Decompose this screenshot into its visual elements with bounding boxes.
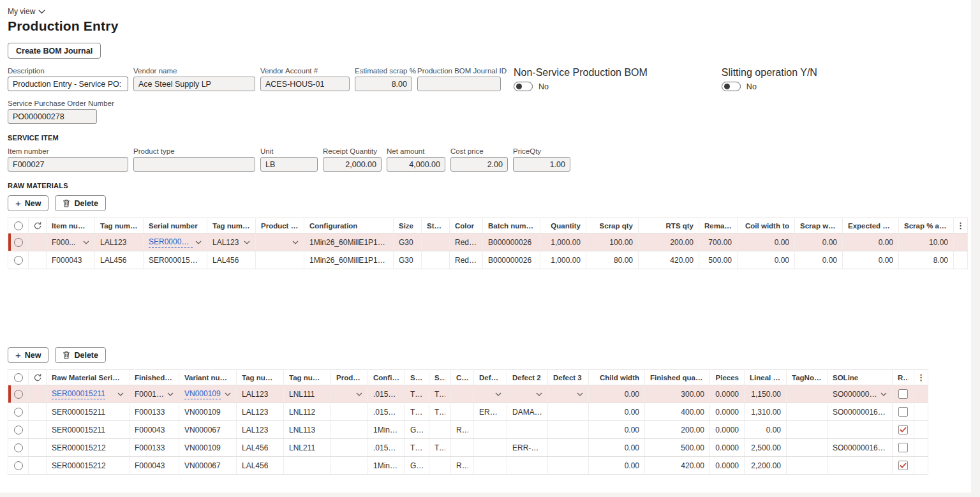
cell-defect-2[interactable] — [507, 421, 548, 439]
col-product-type[interactable]: Product t... — [331, 370, 368, 385]
cell-raw-material-serial-id[interactable]: SER000015212 — [47, 439, 130, 457]
cell-pieces[interactable]: 0.0000 — [710, 457, 745, 475]
cell-lineal-feet[interactable]: 1,310.00 — [745, 403, 787, 421]
description-input[interactable] — [8, 77, 128, 91]
slitting-operation-toggle[interactable] — [722, 82, 741, 91]
cell-rts[interactable] — [893, 457, 914, 475]
select-all-radio[interactable] — [14, 373, 23, 382]
cell-tagnotes[interactable] — [787, 421, 828, 439]
cell-finished-item[interactable]: F000043 — [130, 421, 179, 439]
cell-tag-number-2[interactable]: LAL123 — [207, 234, 256, 251]
cell-defect-3[interactable] — [548, 439, 589, 457]
col-defect-3[interactable]: Defect 3 — [548, 370, 589, 385]
vendor-name-input[interactable] — [133, 77, 255, 91]
col-rts[interactable]: RTS — [893, 370, 914, 385]
cell-tag-number-2[interactable]: LNL113 — [284, 421, 331, 439]
cell-raw-material-serial-id[interactable]: SER000015212 — [47, 457, 130, 475]
rts-checkbox[interactable] — [898, 389, 908, 399]
col-child-width[interactable]: Child width — [589, 370, 645, 385]
refresh-icon[interactable] — [33, 373, 42, 382]
cell-finished-item[interactable]: F000133 — [130, 403, 179, 421]
receipt-quantity-input[interactable] — [323, 157, 382, 172]
finished-lines-new-button[interactable]: + New — [8, 347, 48, 363]
cost-price-input[interactable] — [450, 157, 508, 172]
cell-finished-item[interactable]: F000043 — [130, 457, 179, 475]
cell-item-number[interactable]: F000... — [47, 234, 95, 251]
col-variant-number[interactable]: Variant number — [179, 370, 237, 385]
col-style[interactable]: Style — [422, 218, 450, 234]
cell-size[interactable]: TEST — [405, 385, 429, 403]
col-defect-2[interactable]: Defect 2 — [507, 370, 548, 385]
col-more[interactable]: ⋮ — [914, 370, 928, 385]
cell-child-width[interactable]: 0.00 — [589, 457, 645, 475]
cell-finished-quantity[interactable]: 420.00 — [645, 457, 710, 475]
cell-defect-1[interactable] — [474, 421, 507, 439]
col-scrap-qty[interactable]: Scrap qty — [586, 218, 639, 234]
cell-configuration[interactable]: 1Min26... — [368, 421, 405, 439]
cell-quantity[interactable]: 1,000.00 — [540, 251, 586, 269]
cell-select[interactable] — [8, 385, 29, 403]
cell-refresh[interactable] — [29, 421, 47, 439]
product-type-input[interactable] — [133, 157, 255, 172]
col-finished-item[interactable]: Finished item ... — [130, 370, 179, 385]
cell-child-width[interactable]: 0.00 — [589, 439, 645, 457]
col-coil-width-to[interactable]: Coil width to — [738, 218, 795, 234]
cell-configuration[interactable]: .0157M... — [368, 385, 405, 403]
col-configuration[interactable]: Configuration — [304, 218, 394, 234]
cell-style[interactable] — [429, 457, 451, 475]
cell-refresh[interactable] — [29, 385, 47, 403]
cell-refresh[interactable] — [29, 403, 47, 421]
cell-tagnotes[interactable] — [787, 403, 828, 421]
select-all-radio[interactable] — [14, 221, 23, 230]
cell-soline[interactable] — [828, 457, 893, 475]
item-number-input[interactable] — [8, 157, 128, 172]
col-expected-scrap[interactable]: Expected scrap... — [843, 218, 899, 234]
cell-variant-number[interactable]: VN000109 — [179, 385, 237, 403]
cell-expected-scrap[interactable]: 0.00 — [843, 234, 899, 251]
col-more[interactable]: ⋮ — [954, 218, 968, 234]
cell-rts[interactable] — [893, 421, 914, 439]
cell-size[interactable]: G30 — [394, 234, 422, 251]
cell-tag-number-2[interactable]: LNL111 — [284, 385, 331, 403]
cell-color[interactable] — [451, 439, 474, 457]
cell-remainder[interactable]: 700.00 — [699, 234, 738, 251]
cell-rts[interactable] — [893, 403, 914, 421]
cell-lineal-feet[interactable]: 1,150.00 — [745, 385, 787, 403]
cell-variant-number[interactable]: VN000067 — [179, 421, 237, 439]
cell-tag-number[interactable]: LAL456 — [237, 439, 284, 457]
cell-rts[interactable] — [893, 385, 914, 403]
cell-soline[interactable]: SO000000162-4 — [828, 439, 893, 457]
col-size[interactable]: Size — [394, 218, 422, 234]
cell-defect-2[interactable]: ERR-SPEC — [507, 439, 548, 457]
cell-product-type[interactable] — [331, 457, 368, 475]
col-product-type[interactable]: Product type — [256, 218, 304, 234]
cell-defect-2[interactable] — [507, 385, 548, 403]
cell-expected-scrap[interactable]: 0.00 — [843, 251, 899, 269]
cell-select[interactable] — [8, 234, 29, 251]
cell-lineal-feet[interactable]: 0.00 — [745, 421, 787, 439]
cell-select[interactable] — [8, 403, 29, 421]
cell-tagnotes[interactable] — [787, 385, 828, 403]
cell-more[interactable] — [914, 439, 928, 457]
col-tag-number[interactable]: Tag number — [95, 218, 144, 234]
non-service-production-bom-toggle[interactable] — [514, 82, 533, 91]
cell-defect-2[interactable]: DAMAGED — [507, 403, 548, 421]
cell-product-type[interactable] — [256, 251, 304, 269]
cell-finished-quantity[interactable]: 400.00 — [645, 403, 710, 421]
cell-color[interactable]: RedBr... — [450, 251, 483, 269]
cell-more[interactable] — [914, 385, 928, 403]
col-style[interactable]: Style — [429, 370, 451, 385]
cell-configuration[interactable]: 1Min26_60MillE1P1S11... — [304, 251, 394, 269]
cell-child-width[interactable]: 0.00 — [589, 385, 645, 403]
cell-size[interactable]: G30 — [405, 421, 429, 439]
col-batch-number[interactable]: Batch number — [483, 218, 540, 234]
cell-color[interactable]: Red... — [451, 457, 474, 475]
cell-select[interactable] — [8, 421, 29, 439]
cell-more[interactable] — [914, 457, 928, 475]
cell-item-number[interactable]: F000043 — [47, 251, 95, 269]
rts-checkbox[interactable] — [898, 407, 908, 417]
rts-checkbox[interactable] — [898, 425, 908, 434]
rts-checkbox[interactable] — [898, 443, 908, 452]
row-select-radio[interactable] — [14, 238, 23, 247]
more-options-icon[interactable]: ⋮ — [954, 221, 967, 230]
